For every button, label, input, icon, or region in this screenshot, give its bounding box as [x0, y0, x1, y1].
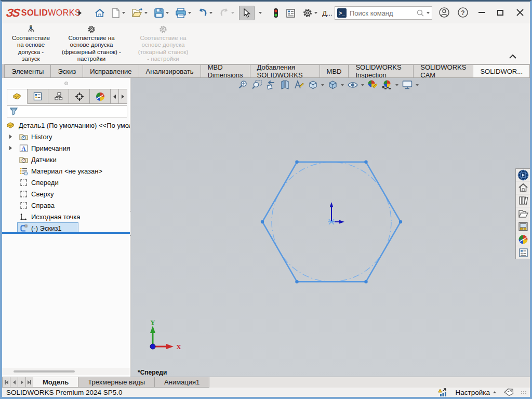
tab-configuration-manager[interactable]	[48, 89, 69, 104]
tab-scroll-next-button[interactable]	[18, 377, 25, 388]
ribbon-collapse-button[interactable]	[509, 52, 517, 61]
new-document-dropdown[interactable]	[122, 12, 125, 14]
tab-view-palette[interactable]	[515, 220, 531, 233]
settings-caret-icon	[493, 391, 496, 393]
print-button[interactable]	[174, 6, 192, 20]
tolerance-mill-settings-button[interactable]: Соответствие на основе допуска (фрезерны…	[57, 25, 126, 63]
panel-horizontal-scrollbar[interactable]	[2, 368, 130, 375]
tab-scroll-last-button[interactable]	[25, 377, 33, 388]
tolerance-run-label: Соответствие на основе допуска - запуск	[12, 35, 50, 63]
tree-item-root[interactable]: Деталь1 (По умолчанию) <<По умолч	[2, 119, 130, 131]
save-icon	[154, 8, 164, 18]
tree-item-top-plane[interactable]: Сверху	[2, 188, 130, 200]
tree-item-front-plane[interactable]: Спереди	[2, 177, 130, 188]
properties-button[interactable]	[284, 6, 297, 20]
options-button[interactable]	[299, 6, 320, 20]
tab-solidworks-inspection[interactable]: SOLIDWORKS Inspection	[348, 64, 413, 78]
tab-mbd[interactable]: MBD	[320, 64, 349, 78]
tab-file-explorer[interactable]	[515, 207, 531, 220]
tree-item-right-plane[interactable]: Справа	[2, 200, 130, 211]
open-dropdown[interactable]	[144, 12, 148, 14]
scroll-prev-icon	[13, 380, 16, 384]
tab-analyze[interactable]: Анализировать	[139, 64, 201, 78]
open-button[interactable]	[130, 6, 149, 20]
tab-sketch[interactable]: Эскиз	[50, 64, 83, 78]
triad-y-label: Y	[150, 320, 155, 326]
tree-item-annotations[interactable]: A Примечания	[2, 142, 130, 154]
tab-appearances-scenes[interactable]	[515, 233, 531, 246]
select-button[interactable]	[239, 6, 255, 20]
command-search[interactable]: >_	[335, 6, 432, 20]
account-button[interactable]	[436, 5, 452, 20]
tab-scroll-prev-button[interactable]	[10, 377, 18, 388]
tag-icon[interactable]	[503, 388, 514, 396]
print-icon	[175, 8, 187, 18]
save-dropdown[interactable]	[166, 12, 169, 14]
graphics-viewport[interactable]: Y X *Спереди	[131, 78, 530, 377]
tab-home[interactable]	[515, 181, 531, 194]
tolerance-run-button[interactable]: Соответствие на основе допуска - запуск	[6, 25, 56, 63]
help-button[interactable]: ?	[455, 5, 471, 20]
tab-elements[interactable]: Элементы	[4, 64, 50, 78]
tab-repair[interactable]: Исправление	[83, 64, 138, 78]
material-icon	[19, 167, 28, 176]
close-button[interactable]	[512, 5, 528, 20]
tab-solidworks-active[interactable]: SOLIDWOR...	[473, 64, 530, 78]
tree-item-origin[interactable]: Исходная точка	[2, 211, 130, 222]
tab-scroll-first-button[interactable]	[2, 377, 10, 388]
globe-icon	[517, 169, 529, 181]
tree-item-sensors[interactable]: Датчики	[2, 154, 130, 165]
configuration-manager-icon	[54, 92, 63, 101]
sketch-origin-icon[interactable]	[328, 202, 344, 224]
expand-arrow-icon[interactable]	[9, 146, 12, 150]
tab-property-manager[interactable]	[28, 89, 48, 104]
mill-settings-gear-icon	[86, 25, 97, 34]
tab-model[interactable]: Модель	[33, 377, 78, 388]
scrollbar-thumb[interactable]	[14, 370, 75, 373]
settings-dropdown-button[interactable]: Настройка	[456, 389, 496, 396]
redo-button	[217, 6, 236, 20]
options-dropdown[interactable]	[314, 12, 317, 14]
tab-mbd-dimensions[interactable]: MBD Dimensions	[201, 64, 250, 78]
tree-item-history[interactable]: History	[2, 131, 130, 142]
tab-display-manager[interactable]	[90, 89, 111, 104]
maximize-button[interactable]	[493, 5, 508, 20]
redo-dropdown	[231, 12, 234, 14]
search-input[interactable]	[350, 9, 416, 17]
tab-dimxpert-manager[interactable]	[69, 89, 90, 104]
tolerance-lathe-settings-label: Соответствие на основе допуска (токарный…	[138, 35, 189, 63]
print-dropdown[interactable]	[188, 12, 191, 14]
new-document-button[interactable]	[109, 6, 127, 20]
tree-item-label: History	[31, 133, 52, 141]
tab-design-library[interactable]	[515, 194, 531, 207]
window-resize-grip[interactable]	[521, 391, 527, 394]
panel-tabs-scroll-left[interactable]	[111, 89, 119, 104]
expand-arrow-icon[interactable]	[9, 135, 12, 139]
search-icon[interactable]	[416, 9, 424, 17]
open-icon	[131, 8, 143, 18]
undo-button[interactable]	[195, 6, 214, 20]
save-button[interactable]	[152, 6, 170, 20]
tab-solidworks-cam[interactable]: SOLIDWORKS CAM	[413, 64, 473, 78]
tree-item-label: Сверху	[31, 190, 54, 198]
origin-icon	[19, 212, 28, 221]
tree-item-label: Материал <не указан>	[31, 167, 102, 175]
minimize-button[interactable]	[474, 5, 489, 20]
tab-feature-tree[interactable]	[7, 89, 28, 104]
performance-feedback-icon[interactable]	[438, 388, 448, 397]
tree-filter-box[interactable]	[7, 105, 127, 117]
panel-tabs-scroll-right[interactable]	[119, 89, 127, 104]
tab-animation1[interactable]: Анимация1	[155, 377, 209, 388]
menu-flyout-arrow[interactable]	[76, 6, 84, 20]
tree-item-material[interactable]: Материал <не указан>	[2, 165, 130, 177]
tab-solidworks-resources[interactable]	[515, 168, 531, 181]
home-button[interactable]	[92, 6, 107, 20]
tab-custom-properties[interactable]	[515, 246, 531, 259]
tab-3d-views[interactable]: Трехмерные виды	[78, 377, 155, 388]
undo-dropdown[interactable]	[209, 12, 212, 14]
traffic-light-button[interactable]	[270, 6, 282, 20]
tab-solidworks-addins[interactable]: Добавления SOLIDWORKS	[250, 64, 320, 78]
panel-top-splitter[interactable]	[2, 78, 130, 88]
search-dropdown[interactable]	[427, 12, 430, 14]
select-dropdown[interactable]	[256, 6, 263, 20]
